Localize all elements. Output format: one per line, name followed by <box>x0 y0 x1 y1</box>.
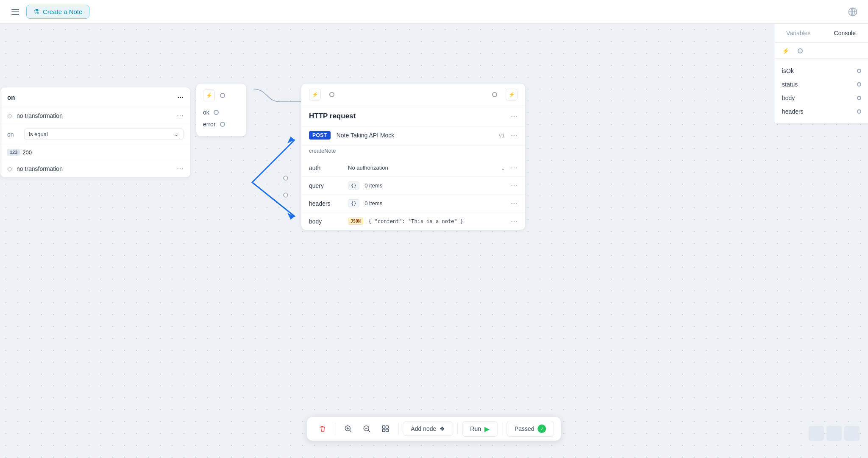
left-node-card: on ⋯ ◇ no transformation ⋯ on is equal ⌄… <box>0 87 191 178</box>
http-card-title: HTTP request <box>309 112 356 120</box>
body-value: { "content": "This is a note" } <box>368 218 506 224</box>
output-ok: ok <box>203 106 239 118</box>
svg-rect-0 <box>11 9 19 10</box>
auth-chevron-icon: ⌄ <box>501 165 506 171</box>
mini-btn-2[interactable] <box>826 426 842 441</box>
http-card-menu-button[interactable]: ⋯ <box>511 112 517 120</box>
right-panel: Variables Console ⚡ isOk status body hea… <box>775 24 868 124</box>
left-node-menu-button[interactable]: ⋯ <box>177 93 184 101</box>
flask-icon: ⚗ <box>33 8 39 16</box>
toolbar-divider-4 <box>502 423 502 435</box>
badge-123: 123 <box>7 149 20 156</box>
bottom-right-buttons <box>809 426 860 441</box>
lightning-header-icon: ⚡ <box>782 47 789 54</box>
http-lightning-button-right[interactable]: ⚡ <box>506 89 517 101</box>
http-lightning-button[interactable]: ⚡ <box>309 89 321 101</box>
right-panel-dot-isok <box>857 69 861 73</box>
delete-button[interactable] <box>314 420 331 437</box>
right-panel-dot-status <box>857 82 861 87</box>
table-row-query: query {} 0 items ⋯ <box>301 177 525 195</box>
zoom-in-button[interactable] <box>339 420 356 437</box>
left-node-title: on <box>7 94 15 101</box>
http-request-card: ⚡ ⚡ HTTP request ⋯ POST Note Taking API … <box>301 83 526 230</box>
right-panel-item-body: body <box>775 91 868 105</box>
right-panel-tabs: Variables Console <box>775 24 868 43</box>
fit-view-button[interactable] <box>377 420 394 437</box>
mini-btn-1[interactable] <box>809 426 824 441</box>
tab-variables[interactable]: Variables <box>775 24 822 42</box>
version-badge: v1 <box>499 132 505 139</box>
body-key: body <box>309 218 343 225</box>
check-icon: ✓ <box>540 426 544 432</box>
headers-row-menu[interactable]: ⋯ <box>511 199 517 207</box>
value-badge: 123 200 <box>7 149 32 156</box>
table-row-headers: headers {} 0 items ⋯ <box>301 195 525 212</box>
query-value: 0 items <box>364 182 506 189</box>
mini-btn-3[interactable] <box>844 426 860 441</box>
check-circle-icon: ✓ <box>538 424 546 433</box>
middle-port-top <box>220 93 225 98</box>
svg-line-16 <box>350 430 351 432</box>
svg-line-19 <box>368 430 370 432</box>
headers-key: headers <box>309 200 343 207</box>
right-panel-item-status: status <box>775 78 868 91</box>
play-icon: ▶ <box>484 425 490 433</box>
query-row-menu[interactable]: ⋯ <box>511 182 517 190</box>
http-port-row: ⚡ ⚡ <box>301 84 525 106</box>
add-node-icon: ❖ <box>440 425 445 432</box>
right-panel-dot-body <box>857 96 861 100</box>
condition-select[interactable]: is equal ⌄ <box>24 128 184 140</box>
svg-rect-1 <box>11 11 19 12</box>
endpoint-name: createNote <box>301 146 525 159</box>
body-type-badge: JSON <box>348 218 363 225</box>
svg-rect-2 <box>11 14 19 15</box>
right-panel-dot-headers <box>857 109 861 114</box>
middle-lightning-button[interactable]: ⚡ <box>203 89 215 101</box>
toolbar-divider-3 <box>457 423 458 435</box>
tab-console[interactable]: Console <box>822 24 868 42</box>
output-error: error <box>203 118 239 130</box>
body-row-menu[interactable]: ⋯ <box>511 217 517 225</box>
add-node-button[interactable]: Add node ❖ <box>403 422 453 436</box>
table-row-auth: auth No authorization ⌄ ⋯ <box>301 159 525 177</box>
api-row-menu[interactable]: ⋯ <box>511 131 517 140</box>
svg-rect-22 <box>382 429 385 432</box>
headers-type-badge: {} <box>348 199 359 207</box>
sidebar-toggle-button[interactable] <box>8 5 22 19</box>
right-panel-label-isok: isOk <box>782 67 794 74</box>
query-key: query <box>309 182 343 189</box>
right-panel-header: ⚡ <box>775 43 868 59</box>
run-button[interactable]: Run ▶ <box>462 421 498 437</box>
right-panel-label-body: body <box>782 95 795 101</box>
node-row-value: 123 200 <box>0 145 190 160</box>
http-port-left <box>329 92 334 97</box>
condition-label: on <box>7 131 20 138</box>
value-text: 200 <box>22 149 32 156</box>
node-row-1: ◇ no transformation ⋯ <box>0 107 190 124</box>
api-name: Note Taking API Mock <box>337 132 493 139</box>
diamond-icon-1: ◇ <box>7 112 12 120</box>
create-note-label: Create a Note <box>43 8 82 15</box>
svg-rect-21 <box>386 426 388 428</box>
row-menu-1[interactable]: ⋯ <box>177 112 184 120</box>
globe-icon[interactable] <box>846 5 860 19</box>
method-badge: POST <box>309 131 331 140</box>
svg-rect-20 <box>382 426 385 428</box>
svg-rect-23 <box>386 429 388 432</box>
passed-button[interactable]: Passed ✓ <box>506 421 554 437</box>
create-note-button[interactable]: ⚗ Create a Note <box>26 5 89 19</box>
topbar: ⚗ Create a Note <box>0 0 868 24</box>
header-port <box>798 48 803 53</box>
middle-node-card: ⚡ ok error <box>196 83 247 137</box>
row-menu-4[interactable]: ⋯ <box>177 165 184 173</box>
auth-row-menu[interactable]: ⋯ <box>511 164 517 172</box>
passed-label: Passed <box>515 425 534 432</box>
left-node-header: on ⋯ <box>0 87 190 107</box>
row-text-4: no transformation <box>17 165 172 172</box>
right-panel-content: isOk status body headers <box>775 59 868 123</box>
row-text-1: no transformation <box>17 112 172 119</box>
headers-value: 0 items <box>364 200 506 207</box>
node-row-4: ◇ no transformation ⋯ <box>0 160 190 177</box>
http-port-right <box>492 92 497 97</box>
zoom-out-button[interactable] <box>358 420 375 437</box>
